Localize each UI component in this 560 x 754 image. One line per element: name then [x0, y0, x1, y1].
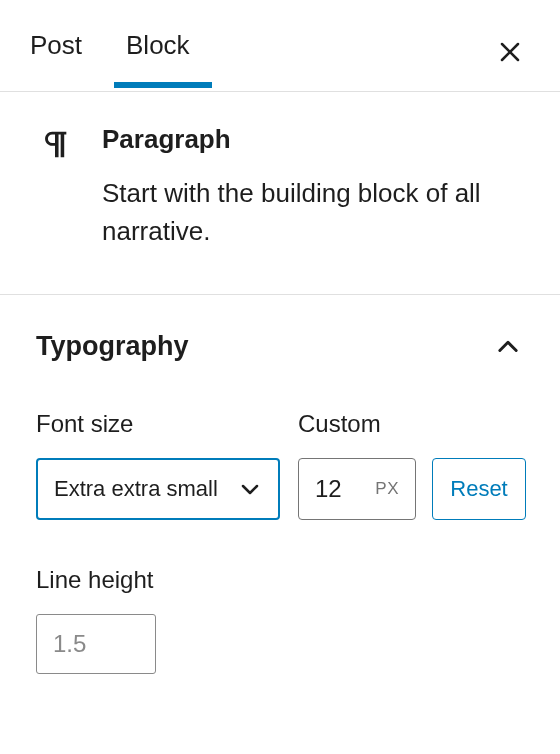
close-icon[interactable]	[498, 40, 522, 64]
font-size-label: Font size	[36, 410, 280, 438]
block-info: Paragraph Start with the building block …	[102, 124, 522, 250]
line-height-input[interactable]: 1.5	[36, 614, 156, 674]
block-title: Paragraph	[102, 124, 522, 155]
typography-title: Typography	[36, 331, 189, 362]
reset-button[interactable]: Reset	[432, 458, 526, 520]
chevron-down-icon	[238, 477, 262, 501]
font-size-col: Font size Extra extra small	[36, 410, 280, 520]
line-height-col: Line height 1.5	[36, 566, 522, 674]
typography-panel: Typography Font size Extra extra small C…	[0, 295, 560, 704]
tab-block[interactable]: Block	[104, 4, 212, 88]
font-size-select[interactable]: Extra extra small	[36, 458, 280, 520]
custom-col: Custom 12 PX Reset	[298, 410, 526, 520]
tab-post[interactable]: Post	[30, 4, 104, 88]
custom-size-unit: PX	[375, 479, 399, 499]
chevron-up-icon	[494, 333, 522, 361]
line-height-label: Line height	[36, 566, 522, 594]
font-size-selected: Extra extra small	[54, 476, 232, 502]
font-size-row: Font size Extra extra small Custom 12 PX…	[36, 410, 522, 520]
typography-panel-header[interactable]: Typography	[36, 331, 522, 362]
block-description: Start with the building block of all nar…	[102, 175, 522, 250]
paragraph-icon	[38, 124, 78, 250]
custom-size-input[interactable]: 12 PX	[298, 458, 416, 520]
custom-label: Custom	[298, 410, 526, 438]
settings-tabs: Post Block	[0, 0, 560, 92]
block-card: Paragraph Start with the building block …	[0, 92, 560, 295]
custom-size-value: 12	[315, 475, 375, 503]
